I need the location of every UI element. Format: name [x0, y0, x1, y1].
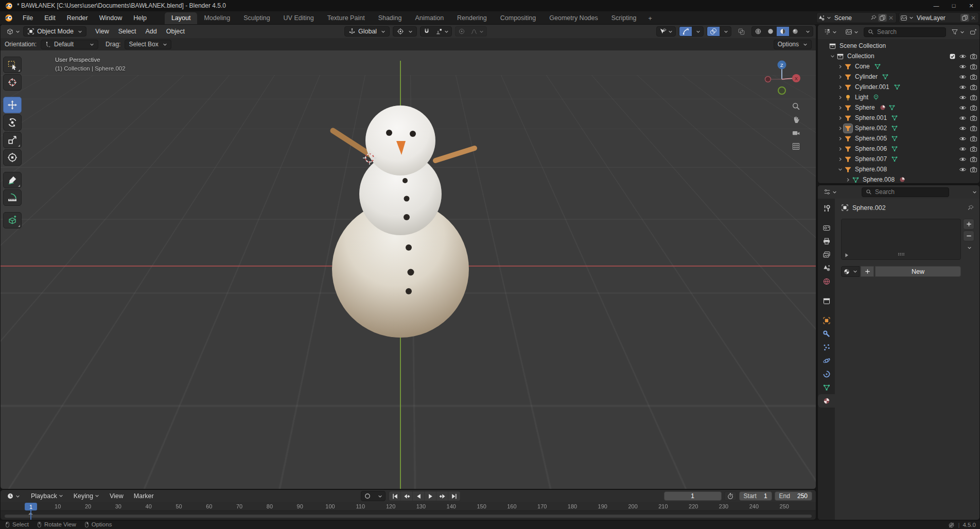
gizmo-y-axis[interactable]	[778, 87, 785, 94]
outliner-item-sphere-008[interactable]: Sphere.008	[818, 164, 979, 174]
timeline-scrollbar[interactable]	[5, 515, 812, 518]
tool-cursor[interactable]	[3, 74, 22, 91]
end-frame-field[interactable]: End250	[775, 491, 812, 501]
properties-tab-tool[interactable]	[818, 202, 835, 215]
menu-file[interactable]: File	[18, 13, 38, 23]
next-keyframe-button[interactable]	[436, 491, 448, 501]
material-slots-list[interactable]	[841, 219, 961, 260]
auto-keying-toggle[interactable]	[361, 491, 374, 501]
start-frame-field[interactable]: Start1	[739, 491, 772, 501]
shading-material-preview-button[interactable]	[777, 27, 789, 36]
snap-toggle[interactable]	[421, 27, 433, 36]
snap-settings-dropdown[interactable]	[433, 27, 451, 36]
properties-tab-scene[interactable]	[818, 261, 835, 275]
outliner-item-sphere[interactable]: Sphere	[818, 102, 979, 113]
show-object-types-dropdown[interactable]	[657, 27, 675, 36]
remove-viewlayer-icon[interactable]: ✕	[969, 14, 977, 22]
outliner-item-sphere-007[interactable]: Sphere.007	[818, 154, 979, 164]
new-viewlayer-icon[interactable]	[960, 14, 969, 22]
properties-tab-collection[interactable]	[818, 294, 835, 308]
tool-scale[interactable]	[3, 132, 22, 148]
timeline-menu-marker[interactable]: Marker	[129, 491, 159, 501]
pin-icon[interactable]	[870, 14, 877, 21]
jump-start-button[interactable]	[389, 491, 401, 501]
tool-annotate[interactable]	[3, 172, 22, 188]
overlays-toggle[interactable]	[707, 27, 720, 36]
expander-icon[interactable]	[836, 147, 844, 151]
workspace-tab-texture-paint[interactable]: Texture Paint	[321, 12, 372, 24]
disable-in-render-toggle[interactable]	[970, 104, 977, 112]
viewport-menu-object[interactable]: Object	[162, 26, 189, 37]
properties-tab-output[interactable]	[818, 235, 835, 248]
new-scene-icon[interactable]	[878, 14, 887, 22]
expander-icon[interactable]	[836, 105, 844, 110]
disable-in-render-toggle[interactable]	[970, 94, 977, 101]
orientation-setting-dropdown[interactable]: Default	[41, 40, 98, 49]
gizmo-x-neg-axis[interactable]	[765, 77, 771, 82]
expander-icon[interactable]	[836, 167, 844, 172]
timeline-editor-type-button[interactable]	[4, 491, 23, 501]
disable-in-render-toggle[interactable]	[970, 83, 977, 91]
tool-select-box[interactable]	[3, 57, 22, 73]
remove-slot-button[interactable]	[963, 231, 974, 241]
outliner-item-sphere-006[interactable]: Sphere.006	[818, 144, 979, 154]
tool-measure[interactable]	[3, 189, 22, 206]
unlink-scene-icon[interactable]: ✕	[887, 14, 895, 22]
properties-tab-data[interactable]	[818, 381, 835, 394]
zoom-view-button[interactable]	[792, 102, 800, 111]
resize-grip-icon[interactable]	[897, 250, 905, 258]
menu-render[interactable]: Render	[62, 13, 93, 23]
expander-icon[interactable]	[836, 95, 844, 100]
overlays-dropdown[interactable]	[720, 28, 731, 35]
disable-in-render-toggle[interactable]	[970, 135, 977, 143]
workspace-tab-modeling[interactable]: Modeling	[197, 12, 237, 24]
menu-help[interactable]: Help	[129, 13, 151, 23]
expander-icon[interactable]	[836, 136, 844, 141]
hide-in-viewport-toggle[interactable]	[959, 63, 967, 70]
expander-icon[interactable]	[836, 126, 844, 131]
expander-icon[interactable]	[844, 178, 851, 182]
menu-edit[interactable]: Edit	[40, 13, 60, 23]
options-dropdown[interactable]: Options	[774, 40, 812, 49]
timeline-ruler[interactable]: 1020304050607080901001101201301401501601…	[1, 502, 816, 520]
tool-move[interactable]	[3, 97, 22, 113]
viewlayer-name[interactable]: ViewLayer	[914, 14, 959, 22]
prev-keyframe-button[interactable]	[401, 491, 413, 501]
properties-search-input[interactable]: Search	[862, 187, 949, 197]
hide-in-viewport-toggle[interactable]	[959, 155, 967, 163]
disable-in-render-toggle[interactable]	[970, 52, 977, 60]
use-preview-range-toggle[interactable]	[724, 491, 737, 501]
viewport-menu-select[interactable]: Select	[114, 26, 141, 37]
mode-dropdown[interactable]: Object Mode	[23, 26, 86, 37]
breadcrumb-object-name[interactable]: Sphere.002	[852, 204, 886, 211]
workspace-tab-geometry-nodes[interactable]: Geometry Nodes	[542, 12, 604, 24]
falloff-dropdown[interactable]	[468, 27, 486, 36]
workspace-tab-layout[interactable]: Layout	[165, 12, 198, 24]
properties-tab-render[interactable]	[818, 221, 835, 235]
play-reverse-button[interactable]	[413, 491, 425, 501]
outliner-item-sphere-002[interactable]: Sphere.002	[818, 123, 979, 133]
scene-selector[interactable]: Scene ✕	[816, 12, 897, 23]
outliner-item-cylinder-001[interactable]: Cylinder.001	[818, 82, 979, 92]
shading-solid-button[interactable]	[764, 27, 777, 36]
properties-tab-particles[interactable]	[818, 341, 835, 354]
workspace-tab-animation[interactable]: Animation	[409, 12, 451, 24]
hide-in-viewport-toggle[interactable]	[959, 145, 967, 153]
auto-keying-dropdown[interactable]	[374, 493, 385, 500]
hide-in-viewport-toggle[interactable]	[959, 125, 967, 132]
viewport-menu-view[interactable]: View	[91, 26, 114, 37]
outliner-item-collection[interactable]: Collection	[818, 51, 979, 61]
camera-view-button[interactable]	[792, 129, 800, 137]
disable-in-render-toggle[interactable]	[970, 125, 977, 132]
blender-menu-icon[interactable]	[5, 14, 13, 22]
add-slot-button[interactable]	[963, 219, 974, 230]
pivot-point-dropdown[interactable]	[393, 26, 417, 37]
browse-material-dropdown[interactable]	[841, 266, 860, 277]
shading-dropdown[interactable]	[801, 28, 813, 35]
new-material-button[interactable]: New	[875, 266, 961, 277]
scene-name[interactable]: Scene	[831, 14, 870, 22]
hide-in-viewport-toggle[interactable]	[959, 135, 967, 143]
outliner-editor-type-button[interactable]	[820, 27, 840, 37]
viewport-canvas[interactable]: User Perspective (1) Collection | Sphere…	[1, 50, 816, 489]
properties-tab-object[interactable]	[818, 314, 835, 327]
